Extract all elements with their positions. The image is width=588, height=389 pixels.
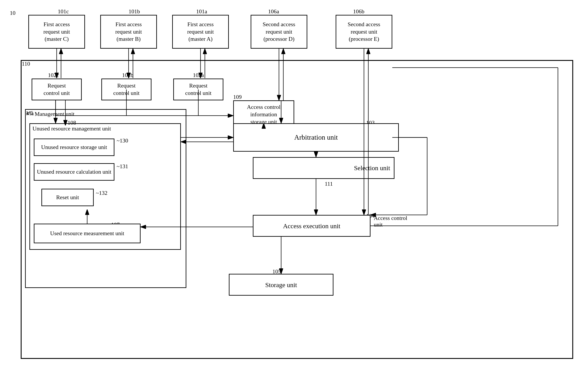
box-101c: First accessrequest unit(master C): [28, 15, 85, 49]
box-101b: First accessrequest unit(master B): [100, 15, 157, 49]
ref-106a: 106a: [268, 8, 279, 15]
figure-number: 10: [10, 10, 15, 16]
management-unit-label: Management unit: [34, 111, 75, 117]
ref-131: ~131: [117, 163, 128, 170]
selection-unit-label: Selection unit: [253, 157, 394, 179]
box-102c: Requestcontrol unit: [32, 79, 82, 100]
ref-132: ~132: [96, 190, 108, 196]
ref-109: 109: [233, 94, 242, 100]
ref-110: 110: [22, 61, 30, 67]
box-101a: First accessrequest unit(master A): [172, 15, 229, 49]
ref-101c: 101c: [58, 8, 69, 15]
unused-resource-mgmt-label: Unused resource management unit: [32, 126, 112, 132]
ref-111: 111: [325, 181, 333, 187]
box-107: Used resource measurement unit: [34, 224, 140, 243]
box-106b: Second accessrequest unit(processor E): [336, 15, 392, 49]
ref-102c: 102c: [48, 72, 59, 79]
ref-101a: 101a: [196, 8, 207, 15]
box-106a: Second accessrequest unit(processor D): [251, 15, 307, 49]
box-102a: Requestcontrol unit: [173, 79, 224, 100]
ref-106b: 106b: [353, 8, 364, 15]
box-104: Access execution unit: [253, 215, 370, 237]
access-control-unit-label: Access controlunit: [374, 215, 407, 228]
ref-102b: 102b: [122, 72, 133, 79]
diagram: 10 101c 101b 101a 106a 106b First access…: [0, 0, 588, 389]
box-130: Unused resource storage unit: [34, 138, 114, 156]
box-102b: Requestcontrol unit: [101, 79, 151, 100]
box-103: Arbitration unit: [233, 123, 399, 152]
ref-101b: 101b: [129, 8, 140, 15]
box-131: Unused resource calculation unit: [34, 163, 114, 181]
box-105: Storage unit: [229, 274, 334, 296]
ref-130: ~130: [117, 137, 128, 144]
ref-102a: 102a: [193, 72, 204, 79]
box-132: Reset unit: [41, 189, 94, 206]
